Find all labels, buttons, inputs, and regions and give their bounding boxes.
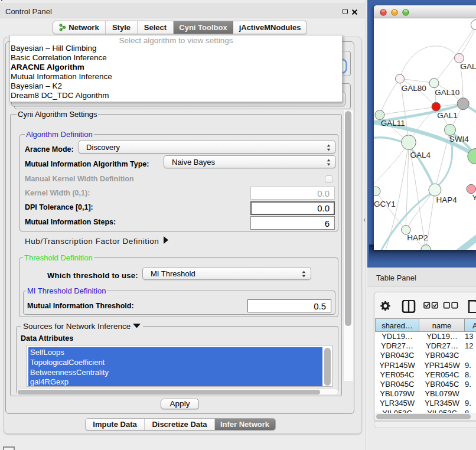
svg-text:GAL2: GAL2 [460,62,476,71]
svg-text:GAL4: GAL4 [410,151,431,159]
svg-text:GAL1: GAL1 [437,111,458,120]
svg-text:SWI4: SWI4 [449,135,469,144]
svg-text:GAL11: GAL11 [381,119,405,128]
svg-text:GCY1: GCY1 [374,200,396,208]
svg-text:GAL80: GAL80 [402,84,426,93]
svg-text:HAP4: HAP4 [436,195,458,204]
svg-text:GAL10: GAL10 [435,88,459,97]
svg-text:Y: Y [472,193,476,202]
svg-text:HAP2: HAP2 [407,233,428,242]
